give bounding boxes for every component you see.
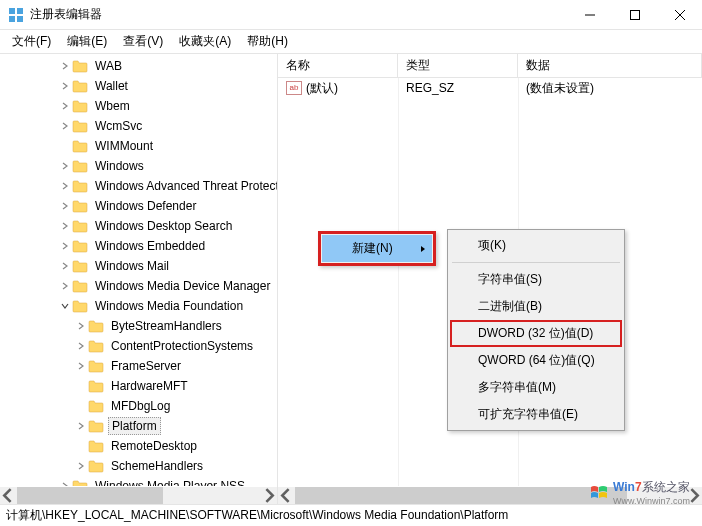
folder-icon bbox=[72, 199, 88, 213]
context-submenu-new: 项(K)字符串值(S)二进制值(B)DWORD (32 位)值(D)QWORD … bbox=[447, 229, 625, 431]
chevron-right-icon[interactable] bbox=[74, 339, 88, 353]
minimize-button[interactable] bbox=[567, 0, 612, 29]
chevron-right-icon[interactable] bbox=[58, 239, 72, 253]
tree-item[interactable]: SchemeHandlers bbox=[0, 456, 277, 476]
tree-item[interactable]: Windows Desktop Search bbox=[0, 216, 277, 236]
tree-item[interactable]: WAB bbox=[0, 56, 277, 76]
scroll-thumb[interactable] bbox=[17, 487, 163, 504]
column-name[interactable]: 名称 bbox=[278, 54, 398, 77]
tree-item[interactable]: MFDbgLog bbox=[0, 396, 277, 416]
statusbar: 计算机\HKEY_LOCAL_MACHINE\SOFTWARE\Microsof… bbox=[0, 504, 702, 526]
chevron-right-icon[interactable] bbox=[74, 359, 88, 373]
tree-item[interactable]: FrameServer bbox=[0, 356, 277, 376]
context-item[interactable]: 字符串值(S) bbox=[450, 266, 622, 293]
list-row[interactable]: ab(默认) REG_SZ (数值未设置) bbox=[278, 78, 702, 98]
tree-item[interactable]: ContentProtectionSystems bbox=[0, 336, 277, 356]
menu-favorites[interactable]: 收藏夹(A) bbox=[171, 30, 239, 53]
chevron-right-icon[interactable] bbox=[58, 219, 72, 233]
tree-item[interactable]: Wbem bbox=[0, 96, 277, 116]
svg-rect-0 bbox=[9, 8, 15, 14]
tree-item-label: MFDbgLog bbox=[108, 398, 173, 414]
registry-tree[interactable]: WABWalletWbemWcmSvcWIMMountWindowsWindow… bbox=[0, 54, 277, 486]
chevron-right-icon[interactable] bbox=[58, 99, 72, 113]
context-item-new[interactable]: 新建(N) bbox=[322, 235, 432, 262]
chevron-down-icon[interactable] bbox=[58, 299, 72, 313]
scroll-right-button[interactable] bbox=[260, 487, 277, 504]
chevron-right-icon[interactable] bbox=[58, 59, 72, 73]
tree-item-label: RemoteDesktop bbox=[108, 438, 200, 454]
chevron-right-icon[interactable] bbox=[58, 159, 72, 173]
chevron-right-icon[interactable] bbox=[74, 419, 88, 433]
tree-item[interactable]: Windows Embedded bbox=[0, 236, 277, 256]
svg-rect-3 bbox=[17, 16, 23, 22]
value-type-cell: REG_SZ bbox=[398, 79, 518, 97]
chevron-right-icon bbox=[74, 439, 88, 453]
tree-item-label: Windows Advanced Threat Protection bbox=[92, 178, 277, 194]
chevron-right-icon[interactable] bbox=[58, 79, 72, 93]
maximize-button[interactable] bbox=[612, 0, 657, 29]
tree-item[interactable]: Windows bbox=[0, 156, 277, 176]
tree-scrollbar-horizontal[interactable] bbox=[0, 487, 277, 504]
close-button[interactable] bbox=[657, 0, 702, 29]
menu-edit[interactable]: 编辑(E) bbox=[59, 30, 115, 53]
context-item[interactable]: 多字符串值(M) bbox=[450, 374, 622, 401]
svg-rect-1 bbox=[17, 8, 23, 14]
folder-icon bbox=[72, 59, 88, 73]
chevron-right-icon[interactable] bbox=[58, 179, 72, 193]
scroll-thumb[interactable] bbox=[295, 487, 627, 504]
context-item[interactable]: 可扩充字符串值(E) bbox=[450, 401, 622, 428]
tree-item[interactable]: Windows Mail bbox=[0, 256, 277, 276]
menu-view[interactable]: 查看(V) bbox=[115, 30, 171, 53]
tree-item-label: Windows Media Device Manager bbox=[92, 278, 273, 294]
chevron-right-icon[interactable] bbox=[58, 279, 72, 293]
context-item[interactable]: 项(K) bbox=[450, 232, 622, 259]
tree-item-label: Windows Media Player NSS bbox=[92, 478, 248, 486]
tree-item-label: ContentProtectionSystems bbox=[108, 338, 256, 354]
chevron-right-icon[interactable] bbox=[58, 259, 72, 273]
tree-item[interactable]: HardwareMFT bbox=[0, 376, 277, 396]
menubar: 文件(F) 编辑(E) 查看(V) 收藏夹(A) 帮助(H) bbox=[0, 30, 702, 54]
chevron-right-icon[interactable] bbox=[74, 459, 88, 473]
chevron-right-icon bbox=[58, 139, 72, 153]
menu-file[interactable]: 文件(F) bbox=[4, 30, 59, 53]
menu-help[interactable]: 帮助(H) bbox=[239, 30, 296, 53]
tree-item-label: WIMMount bbox=[92, 138, 156, 154]
titlebar: 注册表编辑器 bbox=[0, 0, 702, 30]
folder-icon bbox=[88, 399, 104, 413]
tree-item-label: WcmSvc bbox=[92, 118, 145, 134]
folder-icon bbox=[88, 459, 104, 473]
window-controls bbox=[567, 0, 702, 29]
tree-item-label: Windows Defender bbox=[92, 198, 199, 214]
folder-icon bbox=[72, 159, 88, 173]
tree-item[interactable]: Windows Defender bbox=[0, 196, 277, 216]
folder-icon bbox=[72, 179, 88, 193]
context-item[interactable]: QWORD (64 位)值(Q) bbox=[450, 347, 622, 374]
list-body[interactable]: ab(默认) REG_SZ (数值未设置) bbox=[278, 78, 702, 98]
tree-item-label: Wallet bbox=[92, 78, 131, 94]
chevron-right-icon[interactable] bbox=[58, 119, 72, 133]
column-type[interactable]: 类型 bbox=[398, 54, 518, 77]
tree-item-label: Windows bbox=[92, 158, 147, 174]
tree-item[interactable]: Windows Media Foundation bbox=[0, 296, 277, 316]
tree-item-label: Windows Mail bbox=[92, 258, 172, 274]
chevron-right-icon[interactable] bbox=[58, 479, 72, 486]
tree-item[interactable]: RemoteDesktop bbox=[0, 436, 277, 456]
tree-item[interactable]: Platform bbox=[0, 416, 277, 436]
scroll-track[interactable] bbox=[17, 487, 260, 504]
tree-item[interactable]: Wallet bbox=[0, 76, 277, 96]
tree-item[interactable]: Windows Media Device Manager bbox=[0, 276, 277, 296]
tree-item[interactable]: WcmSvc bbox=[0, 116, 277, 136]
tree-item[interactable]: Windows Media Player NSS bbox=[0, 476, 277, 486]
context-item[interactable]: 二进制值(B) bbox=[450, 293, 622, 320]
column-data[interactable]: 数据 bbox=[518, 54, 702, 77]
list-header: 名称 类型 数据 bbox=[278, 54, 702, 78]
folder-icon bbox=[72, 299, 88, 313]
chevron-right-icon[interactable] bbox=[58, 199, 72, 213]
tree-item[interactable]: Windows Advanced Threat Protection bbox=[0, 176, 277, 196]
chevron-right-icon[interactable] bbox=[74, 319, 88, 333]
context-item[interactable]: DWORD (32 位)值(D) bbox=[450, 320, 622, 347]
tree-item[interactable]: WIMMount bbox=[0, 136, 277, 156]
tree-item[interactable]: ByteStreamHandlers bbox=[0, 316, 277, 336]
scroll-left-button[interactable] bbox=[278, 487, 295, 504]
scroll-left-button[interactable] bbox=[0, 487, 17, 504]
